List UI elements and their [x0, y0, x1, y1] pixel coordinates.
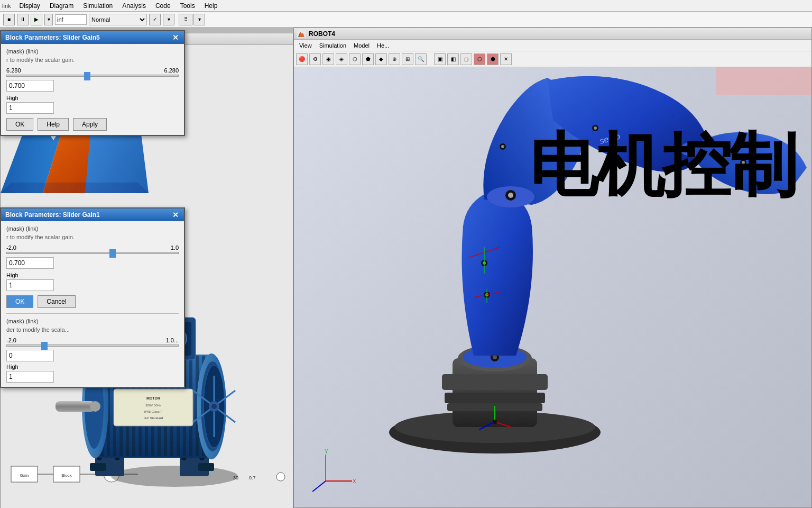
- grid-button[interactable]: ⠿: [179, 14, 192, 25]
- expand-button[interactable]: ▾: [193, 14, 205, 25]
- svg-text:IEC Standard: IEC Standard: [144, 416, 163, 420]
- svg-text:MOTOR: MOTOR: [146, 396, 160, 400]
- dialog5-desc: r to modify the scalar gain.: [6, 57, 179, 63]
- robot-menu-he[interactable]: He...: [374, 41, 392, 50]
- robot-canvas: Y x Z: [294, 67, 811, 507]
- svg-rect-100: [56, 401, 95, 412]
- time-input[interactable]: [55, 14, 87, 25]
- menu-code[interactable]: Code: [151, 1, 175, 11]
- robot-btn-5[interactable]: ⬡: [349, 53, 361, 65]
- menu-display[interactable]: Display: [15, 1, 44, 11]
- svg-text:380V  50Hz: 380V 50Hz: [145, 404, 161, 407]
- robot-btn-12[interactable]: ◧: [447, 53, 459, 65]
- svg-rect-62: [198, 463, 214, 471]
- robot-btn-15[interactable]: ⬢: [487, 53, 499, 65]
- dialog5-ok-button[interactable]: OK: [6, 118, 33, 131]
- robot-menu-view[interactable]: View: [296, 41, 315, 50]
- dialog1-range-high: 1.0: [171, 244, 179, 251]
- robot-btn-6[interactable]: ⬟: [362, 53, 374, 65]
- dialog5-range-labels: 6.280 6.280: [6, 67, 179, 74]
- robot-btn-10[interactable]: 🔍: [415, 53, 427, 65]
- dialog1b-value-input[interactable]: [6, 350, 54, 361]
- app-title: link: [2, 3, 11, 9]
- robot-btn-2[interactable]: ⚙: [309, 53, 321, 65]
- dialog1-titlebar: Block Parameters: Slider Gain1 ✕: [1, 208, 184, 221]
- robot-title: ROBOT4: [309, 30, 335, 38]
- robot-btn-4[interactable]: ◈: [336, 53, 347, 65]
- dialog1-body: (mask) (link) r to modify the scalar gai…: [1, 221, 184, 387]
- robot-btn-16[interactable]: ✕: [500, 53, 512, 65]
- svg-text:x: x: [353, 478, 356, 484]
- menu-help[interactable]: Help: [200, 1, 222, 11]
- dialog1-ok-button[interactable]: OK: [6, 295, 33, 308]
- robot-btn-13[interactable]: ◻: [460, 53, 472, 65]
- dialog5-slider-thumb[interactable]: [84, 72, 90, 80]
- robot-btn-8[interactable]: ⊕: [389, 53, 400, 65]
- robot-btn-7[interactable]: ◆: [375, 53, 387, 65]
- menu-diagram[interactable]: Diagram: [45, 1, 78, 11]
- menu-simulation[interactable]: Simulation: [79, 1, 117, 11]
- dialog1b-slider-track[interactable]: [6, 344, 179, 347]
- menu-analysis[interactable]: Analysis: [118, 1, 150, 11]
- dialog5-help-button[interactable]: Help: [38, 118, 69, 131]
- slider-gain5-dialog: Block Parameters: Slider Gain5 ✕ (mask) …: [0, 30, 185, 136]
- dialog1-cancel-button[interactable]: Cancel: [38, 295, 75, 308]
- stop-button[interactable]: ■: [3, 14, 15, 25]
- main-area: Simulink: [0, 28, 812, 508]
- dialog5-body: (mask) (link) r to modify the scalar gai…: [1, 44, 184, 135]
- dialog1b-high-input[interactable]: [6, 371, 54, 383]
- dialog1b-high-label: High: [6, 364, 179, 370]
- pause-button[interactable]: ⏸: [17, 14, 29, 25]
- svg-point-109: [211, 404, 217, 409]
- robot-btn-3[interactable]: ◉: [322, 53, 334, 65]
- dialog1-slider-track[interactable]: [6, 252, 179, 254]
- dialog1b-subtitle: (mask) (link): [6, 318, 179, 324]
- svg-point-33: [493, 355, 497, 359]
- top-menubar: link Display Diagram Simulation Analysis…: [0, 0, 812, 12]
- dialog1-slider-thumb[interactable]: [109, 249, 116, 258]
- robot-btn-1[interactable]: 🔴: [296, 53, 308, 65]
- dialog1b-range-low: -2.0: [6, 337, 16, 343]
- chinese-text-overlay: 电机控制: [529, 131, 796, 199]
- toolbar-btn-2[interactable]: ▾: [163, 14, 174, 25]
- dialog1b-desc: der to modify the scala...: [6, 326, 179, 333]
- dialog1-value-input[interactable]: [6, 257, 54, 269]
- robot-toolbar: 🔴 ⚙ ◉ ◈ ⬡ ⬟ ◆ ⊕ ⊞ 🔍 ▣ ◧ ◻ ⬡ ⬢ ✕: [294, 51, 811, 67]
- dialog5-input-row: [6, 80, 179, 92]
- menu-tools[interactable]: Tools: [176, 1, 199, 11]
- mode-select[interactable]: Normal Accelerator Rapid Accelerator: [89, 14, 147, 25]
- dialog1-high-label: High: [6, 272, 179, 278]
- coord-axes-svg: Y x Z: [310, 449, 363, 492]
- svg-point-101: [90, 401, 100, 412]
- dialog1-high-input[interactable]: [6, 279, 54, 291]
- dialog1-buttons: OK Cancel: [6, 295, 179, 308]
- dialog5-subtitle: (mask) (link): [6, 48, 179, 55]
- robot-btn-9[interactable]: ⊞: [402, 53, 413, 65]
- dialog5-apply-button[interactable]: Apply: [73, 118, 107, 131]
- dialog1-range-low: -2.0: [6, 244, 16, 251]
- dialog1-subtitle: (mask) (link): [6, 225, 179, 232]
- run-button[interactable]: ▶: [31, 14, 42, 25]
- dialog1-desc: r to modify the scalar gain.: [6, 234, 179, 240]
- robot-btn-14[interactable]: ⬡: [474, 53, 485, 65]
- svg-text:IP55  Class F: IP55 Class F: [144, 410, 163, 413]
- dialog5-close-button[interactable]: ✕: [171, 33, 180, 42]
- dialog1-close-button[interactable]: ✕: [171, 211, 180, 219]
- dialog5-value-input[interactable]: [6, 80, 54, 92]
- toolbar-btn-1[interactable]: ▾: [44, 14, 53, 25]
- dialog5-high-input[interactable]: [6, 102, 54, 114]
- robot-titlebar: ROBOT4: [294, 28, 811, 40]
- dialog1-input-row: [6, 257, 179, 269]
- robot-menu-simulation[interactable]: Simulation: [316, 41, 349, 50]
- svg-point-36: [508, 193, 513, 198]
- check-button[interactable]: ✓: [149, 14, 161, 25]
- robot-btn-11[interactable]: ▣: [434, 53, 446, 65]
- svg-rect-61: [90, 463, 106, 471]
- slider-gain1-dialog: Block Parameters: Slider Gain1 ✕ (mask) …: [0, 207, 185, 388]
- dialog5-slider-track[interactable]: [6, 75, 179, 77]
- dialog1-title: Block Parameters: Slider Gain1: [5, 211, 100, 219]
- robot-menu-model[interactable]: Model: [350, 41, 373, 50]
- svg-marker-3: [1, 183, 149, 193]
- svg-rect-27: [442, 374, 548, 390]
- dialog1b-slider-thumb[interactable]: [41, 342, 48, 350]
